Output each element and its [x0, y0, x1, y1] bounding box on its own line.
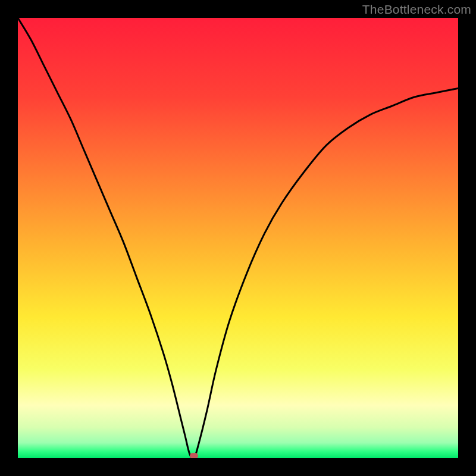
optimum-marker-icon — [190, 453, 198, 458]
watermark-text: TheBottleneck.com — [362, 2, 471, 17]
background-gradient — [18, 18, 458, 458]
svg-rect-0 — [18, 18, 458, 458]
plot-area — [18, 18, 458, 458]
chart-frame: TheBottleneck.com — [0, 0, 476, 476]
